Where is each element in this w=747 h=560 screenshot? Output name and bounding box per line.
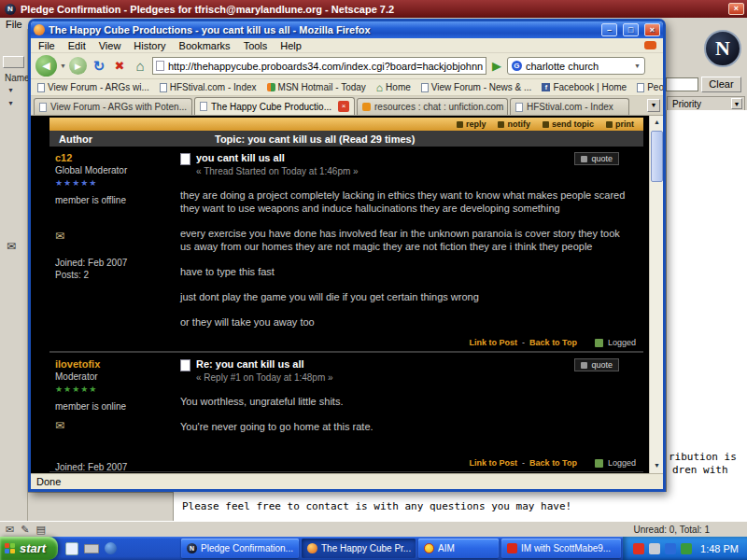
- bookmark-item[interactable]: MSN Hotmail - Today: [267, 82, 366, 92]
- menu-edit[interactable]: Edit: [68, 40, 86, 51]
- topic-column-header: Topic: you cant kill us all (Read 29 tim…: [173, 133, 415, 145]
- menu-tools[interactable]: Tools: [244, 40, 268, 51]
- tab-view-forum-args[interactable]: View Forum - ARGs with Poten...: [34, 98, 192, 115]
- send-topic-link[interactable]: send topic: [543, 119, 594, 129]
- quote-button[interactable]: quote: [574, 358, 619, 371]
- post-paragraph: or they will take you away too: [180, 315, 633, 329]
- bookmark-item[interactable]: People I stalk...: [637, 82, 663, 92]
- browser-quick-launch-icon[interactable]: [105, 542, 117, 554]
- tree-collapse-icon[interactable]: ▼: [7, 100, 14, 106]
- member-status: member is online: [55, 401, 167, 412]
- vertical-scrollbar[interactable]: ▲ ▼: [649, 116, 663, 473]
- scroll-up-icon[interactable]: ▲: [650, 116, 663, 130]
- minimize-button[interactable]: –: [601, 23, 617, 36]
- sidebar-button[interactable]: [3, 56, 24, 68]
- close-button[interactable]: ×: [644, 23, 660, 36]
- address-book-icon[interactable]: ▤: [35, 524, 45, 536]
- search-box[interactable]: G ▼: [507, 57, 645, 75]
- forward-button[interactable]: ▶: [69, 57, 87, 75]
- post-footer: Link to Post - Back to Top Logged: [470, 338, 636, 347]
- netscape-search-field[interactable]: [666, 77, 698, 91]
- logged-label: Logged: [608, 338, 636, 347]
- back-dropdown-icon[interactable]: ▼: [60, 63, 66, 69]
- footer-separator: -: [522, 458, 525, 468]
- menu-history[interactable]: History: [134, 40, 165, 51]
- mail-envelope-icon[interactable]: ✉: [7, 240, 16, 253]
- thread-header-row: Author Topic: you cant kill us all (Read…: [49, 131, 643, 147]
- bookmark-item[interactable]: fFacebook | Home: [542, 82, 627, 92]
- netscape-logo: N: [704, 30, 741, 67]
- author-name-link[interactable]: c12: [55, 152, 167, 163]
- scroll-down-icon[interactable]: ▼: [650, 459, 663, 473]
- tray-volume-icon[interactable]: [649, 543, 660, 554]
- menu-bookmarks[interactable]: Bookmarks: [179, 40, 231, 51]
- quote-button[interactable]: quote: [574, 152, 619, 165]
- tab-hfstival[interactable]: HFStival.com - Index: [510, 98, 629, 115]
- netscape-priority-header[interactable]: Priority ▼: [667, 96, 745, 111]
- url-bar[interactable]: [152, 57, 486, 75]
- email-icon[interactable]: ✉: [55, 419, 167, 432]
- tab-favicon: [39, 103, 47, 112]
- bookmark-item[interactable]: View Forum - ARGs wi...: [37, 82, 149, 92]
- status-text: Done: [36, 476, 61, 487]
- email-icon[interactable]: ✉: [55, 230, 167, 243]
- scrollbar-thumb[interactable]: [651, 131, 663, 182]
- netscape-close-button[interactable]: ×: [728, 3, 744, 15]
- bookmark-label: View Forum - ARGs wi...: [48, 82, 149, 92]
- stop-button[interactable]: ✖: [111, 59, 128, 73]
- sidebar-name-header[interactable]: Name: [5, 73, 30, 83]
- post-divider: [49, 471, 643, 472]
- firefox-titlebar[interactable]: The Happy Cube Productions - you cant ki…: [31, 21, 663, 38]
- back-button[interactable]: ◀: [35, 55, 57, 77]
- menu-file[interactable]: File: [38, 40, 55, 51]
- search-engine-dropdown-icon[interactable]: ▼: [634, 63, 641, 69]
- tray-shield-icon[interactable]: [681, 543, 692, 554]
- system-tray: 1:48 PM: [623, 537, 747, 560]
- priority-dropdown-icon[interactable]: ▼: [731, 98, 742, 109]
- compose-icon[interactable]: ✎: [21, 524, 29, 536]
- keyboard-icon[interactable]: [84, 544, 99, 553]
- url-input[interactable]: [168, 61, 483, 72]
- back-to-top-link[interactable]: Back to Top: [529, 458, 577, 468]
- link-to-post[interactable]: Link to Post: [470, 458, 518, 468]
- go-button[interactable]: ▶: [489, 59, 504, 73]
- tab-label: HFStival.com - Index: [527, 102, 613, 112]
- taskbar-button-im[interactable]: IM with ScottMabe9...: [501, 539, 621, 558]
- taskbar-clock[interactable]: 1:48 PM: [697, 543, 739, 554]
- tab-unfiction[interactable]: resources : chat : unfiction.com: [357, 98, 508, 115]
- taskbar-button-aim[interactable]: AIM: [418, 539, 499, 558]
- taskbar-button-pledge[interactable]: N Pledge Confirmation...: [181, 539, 299, 558]
- print-link[interactable]: print: [606, 119, 634, 129]
- tab-list-dropdown-icon[interactable]: ▼: [647, 99, 660, 112]
- mail-icon[interactable]: ✉: [6, 524, 14, 536]
- tab-close-icon[interactable]: ×: [338, 101, 349, 112]
- netscape-sidebar: Name ▼ ▼ ✉: [0, 29, 28, 521]
- link-to-post[interactable]: Link to Post: [470, 338, 518, 347]
- back-to-top-link[interactable]: Back to Top: [529, 338, 577, 347]
- reply-link[interactable]: reply: [457, 119, 486, 129]
- netscape-menu-file[interactable]: File: [6, 19, 22, 30]
- reload-button[interactable]: ↻: [90, 58, 108, 75]
- task-button-label: IM with ScottMabe9...: [521, 543, 611, 553]
- menu-help[interactable]: Help: [280, 40, 302, 51]
- home-button[interactable]: ⌂: [131, 58, 149, 74]
- google-icon: G: [512, 61, 522, 71]
- tree-collapse-icon[interactable]: ▼: [7, 87, 14, 93]
- notify-link[interactable]: notify: [498, 119, 530, 129]
- tray-aim-icon[interactable]: [633, 543, 644, 554]
- maximize-button[interactable]: □: [623, 23, 639, 36]
- post-body-column: Re: you cant kill us all « Reply #1 on T…: [173, 353, 643, 471]
- bookmark-item[interactable]: HFStival.com - Index: [160, 82, 257, 92]
- taskbar-button-happy-cube[interactable]: The Happy Cube Pr...: [302, 539, 416, 558]
- show-desktop-icon[interactable]: [65, 542, 78, 555]
- tray-network-icon[interactable]: [665, 543, 676, 554]
- author-name-link[interactable]: ilovetofix: [55, 358, 167, 370]
- start-button[interactable]: start: [0, 537, 58, 560]
- bookmark-item[interactable]: ⌂Home: [376, 82, 411, 92]
- netscape-clear-button[interactable]: Clear: [701, 77, 741, 92]
- search-input[interactable]: [526, 61, 630, 72]
- firefox-app-icon: [34, 24, 45, 35]
- menu-view[interactable]: View: [99, 40, 121, 51]
- tab-happy-cube[interactable]: The Happy Cube Productio... ×: [194, 97, 355, 115]
- bookmark-item[interactable]: View Forum - News & ...: [421, 82, 532, 92]
